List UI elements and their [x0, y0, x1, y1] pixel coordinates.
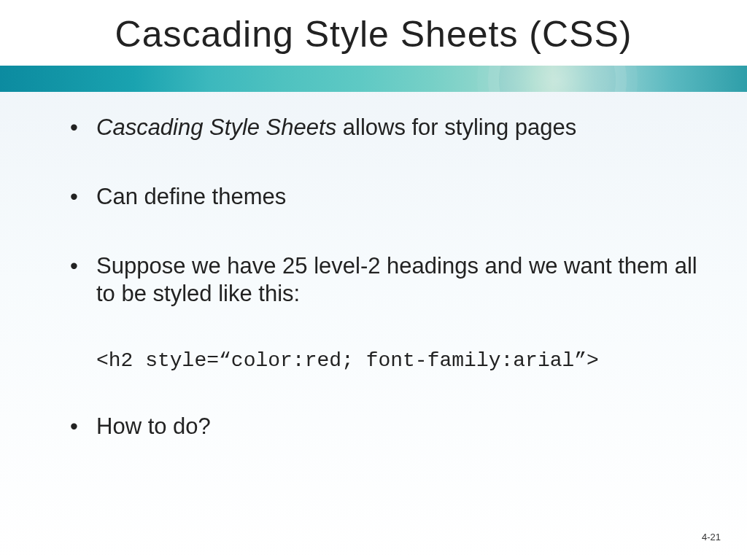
bullet-item-3: Suppose we have 25 level-2 headings and …	[70, 252, 703, 309]
code-example: <h2 style=“color:red; font-family:arial”…	[96, 349, 703, 372]
bullet-1-italic: Cascading Style Sheets	[96, 114, 336, 140]
bullet-1-rest: allows for styling pages	[336, 114, 576, 140]
bullet-list-2: How to do?	[70, 413, 703, 441]
slide-title: Cascading Style Sheets (CSS)	[0, 13, 747, 55]
slide: Cascading Style Sheets (CSS) Cascading S…	[0, 0, 747, 560]
decorative-banner	[0, 66, 747, 92]
title-area: Cascading Style Sheets (CSS)	[0, 0, 747, 66]
bullet-item-2: Can define themes	[70, 183, 703, 211]
bullet-item-4: How to do?	[70, 413, 703, 441]
body-area: Cascading Style Sheets allows for stylin…	[0, 92, 747, 441]
bullet-list: Cascading Style Sheets allows for stylin…	[70, 114, 703, 308]
bullet-item-1: Cascading Style Sheets allows for stylin…	[70, 114, 703, 142]
page-number: 4-21	[702, 532, 721, 542]
